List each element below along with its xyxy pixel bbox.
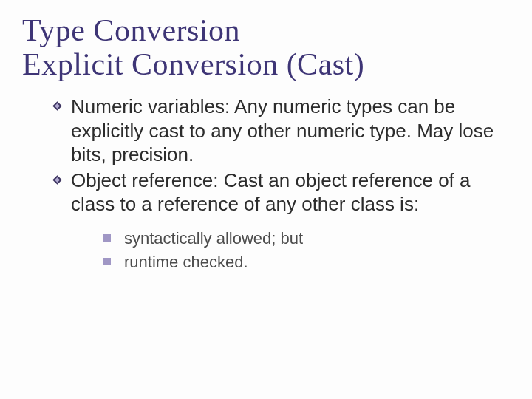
sub-list: syntactically allowed; but runtime check… <box>103 227 510 274</box>
square-bullet-icon <box>103 234 111 242</box>
title-line-2: Explicit Conversion (Cast) <box>22 47 364 81</box>
body-item-text: Object reference: Cast an object referen… <box>71 169 471 216</box>
title-line-1: Type Conversion <box>22 13 240 47</box>
sub-item-text: syntactically allowed; but <box>124 229 303 248</box>
sub-item: runtime checked. <box>103 250 510 274</box>
body-item: Numeric variables: Any numeric types can… <box>52 95 502 167</box>
square-bullet-icon <box>103 258 111 265</box>
sub-item-text: runtime checked. <box>124 253 248 271</box>
body-list: Numeric variables: Any numeric types can… <box>52 95 502 216</box>
sub-item: syntactically allowed; but <box>103 227 510 250</box>
body-item: Object reference: Cast an object referen… <box>52 168 502 216</box>
diamond-bullet-icon <box>52 174 63 185</box>
slide-title: Type Conversion Explicit Conversion (Cas… <box>22 13 510 81</box>
diamond-bullet-icon <box>52 100 63 112</box>
body-item-text: Numeric variables: Any numeric types can… <box>71 95 494 166</box>
